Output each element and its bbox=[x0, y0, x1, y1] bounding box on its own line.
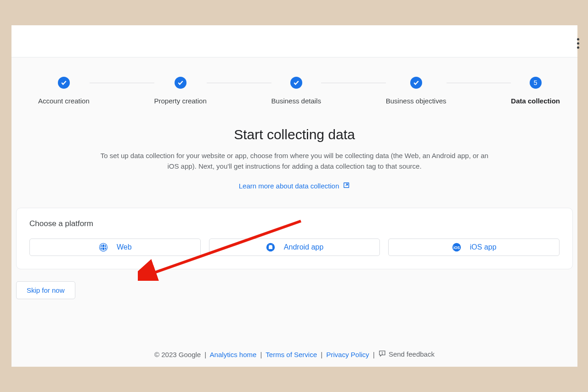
web-icon bbox=[98, 242, 108, 252]
platform-android-label: Android app bbox=[284, 243, 323, 251]
external-link-icon bbox=[343, 182, 350, 190]
checkmark-icon bbox=[175, 77, 187, 89]
platform-ios-button[interactable]: iOS iOS app bbox=[388, 239, 560, 256]
platform-title: Choose a platform bbox=[29, 219, 560, 228]
step-connector bbox=[90, 83, 154, 83]
platform-options: Web Android app iOS iOS app bbox=[29, 239, 560, 256]
step-connector bbox=[207, 83, 271, 83]
svg-point-11 bbox=[382, 354, 382, 354]
feedback-icon bbox=[379, 350, 386, 358]
main-content: Account creation Property creation Busin… bbox=[11, 57, 577, 367]
step-connector bbox=[321, 83, 386, 83]
analytics-home-link[interactable]: Analytics home bbox=[210, 351, 257, 358]
skip-button[interactable]: Skip for now bbox=[16, 281, 75, 299]
android-icon bbox=[266, 242, 276, 252]
platform-android-button[interactable]: Android app bbox=[209, 239, 380, 256]
topbar bbox=[11, 25, 577, 57]
page-heading: Start collecting data bbox=[11, 127, 577, 142]
step-label: Business details bbox=[271, 97, 321, 105]
step-property-creation: Property creation bbox=[154, 77, 207, 105]
checkmark-icon bbox=[58, 77, 70, 89]
learn-more-link[interactable]: Learn more about data collection bbox=[239, 182, 350, 190]
app-window: Account creation Property creation Busin… bbox=[11, 25, 577, 367]
privacy-link[interactable]: Privacy Policy bbox=[326, 351, 369, 358]
checkmark-icon bbox=[290, 77, 302, 89]
platform-web-label: Web bbox=[117, 243, 132, 251]
feedback-label: Send feedback bbox=[389, 350, 435, 358]
platform-card: Choose a platform Web Android app bbox=[16, 208, 573, 269]
step-label: Data collection bbox=[511, 97, 560, 105]
platform-ios-label: iOS app bbox=[470, 243, 497, 251]
step-account-creation: Account creation bbox=[38, 77, 90, 105]
step-connector bbox=[447, 83, 511, 83]
step-label: Property creation bbox=[154, 97, 207, 105]
terms-link[interactable]: Terms of Service bbox=[266, 351, 317, 358]
page-description: To set up data collection for your websi… bbox=[99, 151, 490, 171]
copyright: © 2023 Google bbox=[154, 351, 201, 358]
step-business-objectives: Business objectives bbox=[386, 77, 447, 105]
step-label: Account creation bbox=[38, 97, 90, 105]
platform-web-button[interactable]: Web bbox=[29, 239, 201, 256]
step-label: Business objectives bbox=[386, 97, 447, 105]
footer: © 2023 Google | Analytics home | Terms o… bbox=[11, 350, 577, 358]
step-data-collection: 5 Data collection bbox=[511, 77, 560, 105]
content-area: Start collecting data To set up data col… bbox=[11, 105, 577, 269]
ios-icon: iOS bbox=[452, 242, 462, 252]
step-business-details: Business details bbox=[271, 77, 321, 105]
send-feedback-button[interactable]: Send feedback bbox=[379, 350, 435, 358]
more-menu-icon[interactable] bbox=[577, 38, 579, 49]
stepper: Account creation Property creation Busin… bbox=[11, 57, 577, 105]
learn-more-label: Learn more about data collection bbox=[239, 182, 339, 190]
svg-text:iOS: iOS bbox=[453, 246, 460, 250]
checkmark-icon bbox=[410, 77, 422, 89]
step-number-badge: 5 bbox=[530, 77, 542, 89]
